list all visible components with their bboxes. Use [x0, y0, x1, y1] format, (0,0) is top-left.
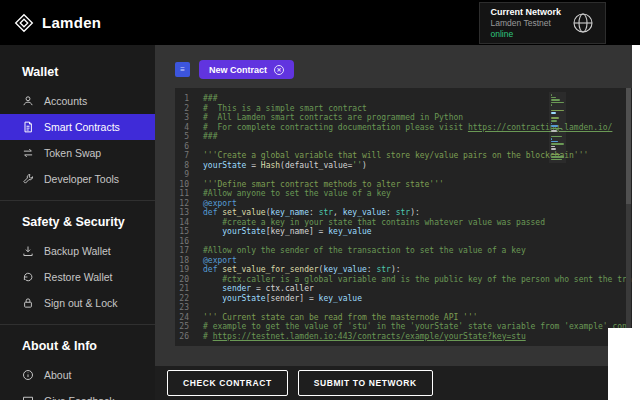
minimap-line	[551, 99, 560, 101]
line-number: 16	[175, 237, 197, 247]
code-line[interactable]: sender = ctx.caller	[203, 284, 632, 294]
code-line[interactable]: # This is a simple smart contract	[203, 104, 632, 114]
page-background-corner	[608, 328, 632, 400]
code-line[interactable]: #ctx.caller is a global variable and is …	[203, 275, 632, 285]
line-number: 22	[175, 294, 197, 304]
line-number: 19	[175, 265, 197, 275]
minimap-line	[551, 136, 562, 138]
network-status-box[interactable]: Current Network Lamden Testnet online	[479, 2, 606, 44]
submit-to-network-button[interactable]: SUBMIT TO NETWORK	[298, 370, 433, 396]
code-line[interactable]: def set_value(key_name: str, key_value: …	[203, 208, 632, 218]
sidebar-item-label: Sign out & Lock	[44, 297, 118, 309]
code-line[interactable]: yourState[key_name] = key_value	[203, 227, 632, 237]
sidebar-item-label: Give Feedback	[44, 395, 115, 400]
main-panel: ≡ New Contract ✕ 12345678910111213141516…	[155, 45, 632, 400]
code-line[interactable]: yourState[sender] = key_value	[203, 294, 632, 304]
info-icon	[22, 369, 34, 381]
code-line[interactable]: #Allow only the sender of the transactio…	[203, 246, 632, 256]
sidebar-section: About & InfoAboutGive Feedback	[0, 324, 155, 400]
sidebar-item-backup-wallet[interactable]: Backup Wallet	[0, 238, 155, 264]
sidebar-section-title: Wallet	[0, 57, 155, 88]
contract-icon	[22, 121, 34, 133]
line-number: 12	[175, 199, 197, 209]
scrollbar-thumb[interactable]	[626, 88, 631, 204]
sidebar-item-label: Token Swap	[44, 147, 101, 159]
code-line[interactable]: ''' Current state can be read from the m…	[203, 313, 632, 323]
code-line[interactable]: # All Lamden smart contracts are program…	[203, 113, 632, 123]
sidebar-item-label: Smart Contracts	[44, 121, 120, 133]
line-number: 24	[175, 313, 197, 323]
top-bar: Lamden Current Network Lamden Testnet on…	[0, 0, 640, 45]
line-number: 5	[175, 132, 197, 142]
sidebar-item-accounts[interactable]: Accounts	[0, 88, 155, 114]
backup-icon	[22, 245, 34, 257]
network-title: Current Network	[490, 7, 561, 17]
minimap-line	[551, 154, 560, 156]
check-contract-button[interactable]: CHECK CONTRACT	[167, 370, 288, 396]
sidebar-section: WalletAccountsSmart ContractsToken SwapD…	[0, 51, 155, 200]
tools-icon	[22, 173, 34, 185]
sidebar-item-smart-contracts[interactable]: Smart Contracts	[0, 114, 155, 140]
line-number: 23	[175, 303, 197, 313]
code-line[interactable]: ###	[203, 94, 632, 104]
line-number: 2	[175, 104, 197, 114]
code-line[interactable]: # https://testnet.lamden.io:443/contract…	[203, 332, 632, 342]
line-number: 3	[175, 113, 197, 123]
sidebar-sections: WalletAccountsSmart ContractsToken SwapD…	[0, 51, 155, 400]
minimap-line	[551, 97, 556, 99]
minimap-line	[551, 159, 562, 161]
lamden-wallet-app: Lamden Current Network Lamden Testnet on…	[0, 0, 640, 400]
sidebar-item-sign-out-lock[interactable]: Sign out & Lock	[0, 290, 155, 316]
brand-name: Lamden	[42, 14, 101, 31]
feedback-icon	[22, 395, 34, 400]
code-line[interactable]: ###	[203, 132, 632, 142]
sidebar-item-token-swap[interactable]: Token Swap	[0, 140, 155, 166]
contract-tab-new-contract[interactable]: New Contract ✕	[199, 60, 294, 79]
minimap-line	[551, 130, 557, 132]
code-area[interactable]: #### This is a simple smart contract# Al…	[197, 88, 632, 346]
code-line[interactable]: def set_value_for_sender(key_value: str)…	[203, 265, 632, 275]
code-editor[interactable]: 1234567891011121314151617181920212223242…	[175, 88, 632, 346]
lock-icon	[22, 297, 34, 309]
minimap-line	[551, 112, 556, 114]
minimap[interactable]	[549, 92, 566, 163]
minimap-line	[551, 125, 558, 127]
minimap-line	[551, 123, 552, 125]
line-number: 7	[175, 151, 197, 161]
brand: Lamden	[14, 13, 101, 33]
editor-scrollbar[interactable]	[626, 88, 631, 346]
sidebar-item-give-feedback[interactable]: Give Feedback	[0, 388, 155, 400]
code-line[interactable]: yourState = Hash(default_value='')	[203, 161, 632, 171]
sidebar-item-restore-wallet[interactable]: Restore Wallet	[0, 264, 155, 290]
sidebar-item-developer-tools[interactable]: Developer Tools	[0, 166, 155, 192]
code-line[interactable]	[203, 170, 632, 180]
code-line[interactable]: '''Define smart contract methods to alte…	[203, 180, 632, 190]
network-status: online	[490, 29, 561, 39]
person-icon	[22, 95, 34, 107]
code-line[interactable]: # example to get the value of 'stu' in t…	[203, 322, 632, 332]
minimap-line	[551, 141, 558, 143]
tabs-menu-button[interactable]: ≡	[175, 62, 190, 77]
code-line[interactable]: '''Create a global variable that will st…	[203, 151, 632, 161]
code-line[interactable]: # For complete contracting documentation…	[203, 123, 632, 133]
minimap-line	[551, 128, 562, 130]
code-line[interactable]	[203, 142, 632, 152]
code-line[interactable]	[203, 303, 632, 313]
swap-icon	[22, 147, 34, 159]
sidebar-item-label: Developer Tools	[44, 173, 119, 185]
minimap-line	[551, 110, 564, 112]
line-number: 15	[175, 227, 197, 237]
sidebar-section-title: About & Info	[0, 331, 155, 362]
code-line[interactable]: @export	[203, 256, 632, 266]
code-line[interactable]: @export	[203, 199, 632, 209]
line-number: 21	[175, 284, 197, 294]
sidebar-section-title: Safety & Security	[0, 207, 155, 238]
code-line[interactable]: #Allow anyone to set the value of a key	[203, 189, 632, 199]
contract-tab-label: New Contract	[209, 65, 267, 75]
sidebar-section: Safety & SecurityBackup WalletRestore Wa…	[0, 200, 155, 324]
close-tab-icon[interactable]: ✕	[274, 65, 284, 75]
contract-tabs-bar: ≡ New Contract ✕	[155, 45, 632, 88]
code-line[interactable]	[203, 237, 632, 247]
sidebar-item-about[interactable]: About	[0, 362, 155, 388]
code-line[interactable]: #create a key in your state that contain…	[203, 218, 632, 228]
